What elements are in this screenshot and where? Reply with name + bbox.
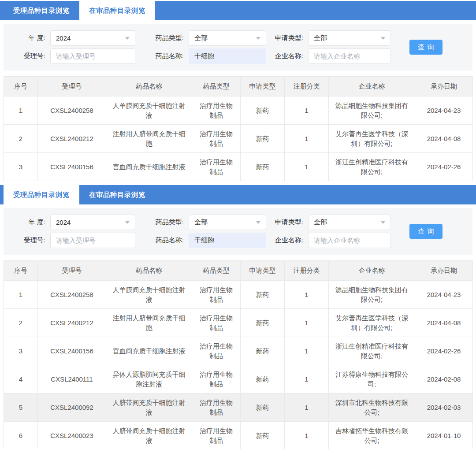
drug-type-select[interactable]: 全部 bbox=[189, 30, 266, 46]
table-row[interactable]: 4CXSL2400111异体人源脂肪间充质干细胞注射液治疗用生物制品新药1江苏得… bbox=[4, 365, 473, 393]
table-cell: 5 bbox=[4, 393, 38, 422]
table-cell: 注射用人脐带间充质干细胞 bbox=[106, 309, 192, 337]
tab-bar: 受理品种目录浏览在审品种目录浏览 bbox=[0, 185, 476, 204]
table-header-row: 序号受理号药品名称药品类型申请类型注册分类企业名称承办日期 bbox=[4, 77, 473, 96]
table-row[interactable]: 1CXSL2400258人羊膜间充质干细胞注射液治疗用生物制品新药1源品细胞生物… bbox=[4, 281, 473, 309]
column-header: 承办日期 bbox=[415, 77, 473, 96]
tab-under-review-catalog[interactable]: 在审品种目录浏览 bbox=[79, 185, 155, 204]
drug-name-label: 药品名称: bbox=[147, 52, 189, 60]
table-cell: 新药 bbox=[241, 337, 285, 365]
table-row[interactable]: 2CXSL2400212注射用人脐带间充质干细胞治疗用生物制品新药1艾尔普再生医… bbox=[4, 309, 473, 337]
column-header: 序号 bbox=[4, 261, 38, 281]
table-cell: 6 bbox=[4, 422, 38, 449]
column-header: 注册分类 bbox=[285, 261, 329, 281]
company-name-input[interactable] bbox=[308, 48, 391, 64]
apply-type-select[interactable]: 全部 bbox=[308, 215, 391, 230]
tab-label: 在审品种目录浏览 bbox=[89, 7, 145, 15]
table-cell: CXSL2400258 bbox=[38, 96, 106, 125]
drug-name-input[interactable] bbox=[189, 48, 266, 64]
table-row[interactable]: 5CXSL2400092人脐带间充质干细胞注射液治疗用生物制品新药1深圳市北科生… bbox=[4, 393, 473, 422]
filter-row-1: 年 度: 2024 药品类型: 全部 申请类型: 全部 bbox=[4, 215, 472, 230]
table-cell: 艾尔普再生医学科技（深圳）有限公司; bbox=[329, 309, 415, 337]
year-select[interactable]: 2024 bbox=[50, 215, 135, 230]
company-name-input[interactable] bbox=[308, 233, 391, 248]
table-cell: 1 bbox=[285, 153, 329, 181]
table-cell: 2024-02-26 bbox=[415, 337, 473, 365]
catalog-panel: 受理品种目录浏览在审品种目录浏览 年 度: 2024 药品类型: 全部 申请类型… bbox=[0, 185, 476, 449]
table-cell: 1 bbox=[4, 96, 38, 125]
table-cell: 源品细胞生物科技集团有限公司; bbox=[329, 96, 415, 125]
table-cell: 2024-02-08 bbox=[415, 365, 473, 393]
table-cell: 宫血间充质干细胞注射液 bbox=[106, 337, 192, 365]
results-table: 序号受理号药品名称药品类型申请类型注册分类企业名称承办日期 1CXSL24002… bbox=[4, 76, 473, 181]
table-row[interactable]: 3CXSL2400156宫血间充质干细胞注射液治疗用生物制品新药1浙江生创精准医… bbox=[4, 337, 473, 365]
table-row[interactable]: 3CXSL2400156宫血间充质干细胞注射液治疗用生物制品新药1浙江生创精准医… bbox=[4, 153, 473, 181]
drug-type-select[interactable]: 全部 bbox=[189, 215, 266, 230]
table-cell: CXSL2400092 bbox=[38, 393, 106, 422]
table-cell: 人脐带间充质干细胞注射液 bbox=[106, 422, 192, 449]
table-cell: 深圳市北科生物科技有限公司; bbox=[329, 393, 415, 422]
accept-no-input[interactable] bbox=[50, 233, 135, 248]
chevron-down-icon bbox=[256, 221, 260, 224]
column-header: 药品名称 bbox=[106, 77, 192, 96]
table-row[interactable]: 2CXSL2400212注射用人脐带间充质干细胞治疗用生物制品新药1艾尔普再生医… bbox=[4, 125, 473, 153]
drug-type-select-value: 全部 bbox=[194, 218, 208, 226]
column-header: 药品类型 bbox=[192, 77, 241, 96]
table-cell: 人羊膜间充质干细胞注射液 bbox=[106, 96, 192, 125]
table-cell: 艾尔普再生医学科技（深圳）有限公司; bbox=[329, 125, 415, 153]
drug-name-label: 药品名称: bbox=[147, 236, 189, 245]
table-cell: CXSL2400111 bbox=[38, 365, 106, 393]
table-cell: 2024-02-26 bbox=[415, 153, 473, 181]
apply-type-select-value: 全部 bbox=[314, 34, 327, 42]
year-select[interactable]: 2024 bbox=[50, 30, 135, 46]
column-header: 药品类型 bbox=[192, 261, 241, 281]
tab-bar: 受理品种目录浏览在审品种目录浏览 bbox=[0, 1, 476, 20]
tab-under-review-catalog[interactable]: 在审品种目录浏览 bbox=[79, 1, 155, 20]
table-cell: 人脐带间充质干细胞注射液 bbox=[106, 393, 192, 422]
chevron-down-icon bbox=[381, 37, 385, 40]
table-cell: CXSL2400212 bbox=[38, 125, 106, 153]
table-cell: CXSL2400156 bbox=[38, 337, 106, 365]
table-cell: 新药 bbox=[241, 96, 285, 125]
drug-type-label: 药品类型: bbox=[147, 218, 189, 226]
table-cell: 2024-02-03 bbox=[415, 393, 473, 422]
table-row[interactable]: 1CXSL2400258人羊膜间充质干细胞注射液治疗用生物制品新药1源品细胞生物… bbox=[4, 96, 473, 125]
table-cell: 新药 bbox=[241, 125, 285, 153]
table-cell: 2024-04-08 bbox=[415, 125, 473, 153]
accept-no-input[interactable] bbox=[50, 48, 135, 64]
table-cell: 1 bbox=[285, 96, 329, 125]
chevron-down-icon bbox=[125, 37, 130, 40]
tab-label: 在审品种目录浏览 bbox=[89, 191, 145, 199]
filter-row-2: 受理号: 药品名称: 企业名称: bbox=[4, 48, 472, 64]
table-cell: CXSL2400258 bbox=[38, 281, 106, 309]
table-cell: CXSL2400212 bbox=[38, 309, 106, 337]
table-cell: 1 bbox=[285, 365, 329, 393]
column-header: 申请类型 bbox=[241, 261, 285, 281]
drug-type-select-value: 全部 bbox=[194, 34, 208, 42]
table-cell: 治疗用生物制品 bbox=[192, 422, 241, 449]
table-cell: 治疗用生物制品 bbox=[192, 153, 241, 181]
chevron-down-icon bbox=[381, 221, 385, 224]
table-cell: 1 bbox=[285, 309, 329, 337]
table-cell: 人羊膜间充质干细胞注射液 bbox=[106, 281, 192, 309]
drug-name-input[interactable] bbox=[189, 233, 266, 248]
query-button[interactable]: 查询 bbox=[409, 40, 443, 55]
table-cell: 2024-04-23 bbox=[415, 281, 473, 309]
apply-type-label: 申请类型: bbox=[266, 218, 308, 226]
table-cell: 3 bbox=[4, 153, 38, 181]
tab-accepted-catalog[interactable]: 受理品种目录浏览 bbox=[4, 1, 79, 20]
column-header: 受理号 bbox=[38, 261, 106, 281]
year-label: 年 度: bbox=[4, 218, 50, 226]
table-cell: CXSL2400023 bbox=[38, 422, 106, 449]
chevron-down-icon bbox=[256, 37, 260, 40]
accept-no-label: 受理号: bbox=[4, 236, 50, 245]
table-cell: 浙江生创精准医疗科技有限公司; bbox=[329, 153, 415, 181]
table-cell: 治疗用生物制品 bbox=[192, 365, 241, 393]
tab-accepted-catalog[interactable]: 受理品种目录浏览 bbox=[4, 185, 79, 204]
apply-type-select-value: 全部 bbox=[314, 218, 327, 226]
apply-type-select[interactable]: 全部 bbox=[308, 30, 391, 46]
table-row[interactable]: 6CXSL2400023人脐带间充质干细胞注射液治疗用生物制品新药1吉林省拓华生… bbox=[4, 422, 473, 449]
column-header: 申请类型 bbox=[241, 77, 285, 96]
filter-row-1: 年 度: 2024 药品类型: 全部 申请类型: 全部 bbox=[4, 30, 472, 46]
query-button[interactable]: 查询 bbox=[409, 224, 443, 239]
